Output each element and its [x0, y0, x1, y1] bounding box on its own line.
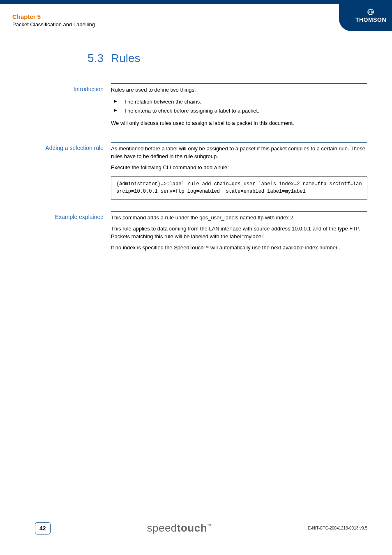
- list-item: The criteria to check before assigning a…: [111, 106, 367, 115]
- document-id: E-NIT-CTC-20041213-0013 v0.5: [308, 526, 367, 530]
- adding-paragraph-2: Execute the following CLI command to add…: [111, 164, 367, 172]
- intro-paragraph-2: We will only discuss rules used to assig…: [111, 120, 367, 127]
- side-label-introduction: Introduction: [12, 83, 111, 131]
- logo-suffix: touch: [177, 522, 207, 534]
- content-area: 5.3 Rules Introduction Rules are used to…: [0, 31, 392, 255]
- example-section: Example explained This command adds a ru…: [12, 211, 367, 255]
- page-footer: 42 speedtouch™ E-NIT-CTC-20041213-0013 v…: [0, 522, 392, 534]
- top-accent-bar: [0, 0, 392, 4]
- chapter-number: Chapter 5: [12, 13, 380, 20]
- intro-paragraph-1: Rules are used to define two things:: [111, 86, 367, 94]
- chapter-subtitle: Packet Classification and Labelling: [12, 21, 380, 28]
- side-label-example: Example explained: [12, 211, 111, 255]
- section-heading: Rules: [111, 52, 141, 65]
- logo-trademark: ™: [207, 523, 212, 528]
- logo-prefix: speed: [147, 522, 177, 534]
- adding-paragraph-1: As mentioned before a label will only be…: [111, 145, 367, 161]
- svg-point-0: [368, 9, 374, 15]
- globe-icon: [367, 8, 374, 16]
- adding-body: As mentioned before a label will only be…: [111, 142, 367, 200]
- introduction-section: Introduction Rules are used to define tw…: [12, 83, 367, 131]
- example-paragraph-3: If no index is specified the SpeedTouch™…: [111, 244, 367, 252]
- side-label-adding: Adding a selection rule: [12, 142, 111, 200]
- example-paragraph-2: This rule applies to data coming from th…: [111, 225, 367, 241]
- example-body: This command adds a rule under the qos_u…: [111, 211, 367, 255]
- brand-badge: THOMSON: [339, 4, 392, 31]
- footer-logo: speedtouch™: [51, 522, 308, 534]
- page-header: Chapter 5 Packet Classification and Labe…: [0, 4, 392, 31]
- brand-text: THOMSON: [355, 16, 386, 23]
- section-title: 5.3 Rules: [12, 52, 367, 65]
- cli-code-block: {Administrator}=>:label rule add chain=q…: [111, 176, 367, 200]
- page-number: 42: [35, 522, 51, 534]
- list-item: The relation between the chains.: [111, 97, 367, 106]
- intro-bullets: The relation between the chains. The cri…: [111, 97, 367, 115]
- section-number: 5.3: [12, 52, 111, 65]
- adding-rule-section: Adding a selection rule As mentioned bef…: [12, 142, 367, 200]
- example-paragraph-1: This command adds a rule under the qos_u…: [111, 214, 367, 222]
- introduction-body: Rules are used to define two things: The…: [111, 83, 367, 131]
